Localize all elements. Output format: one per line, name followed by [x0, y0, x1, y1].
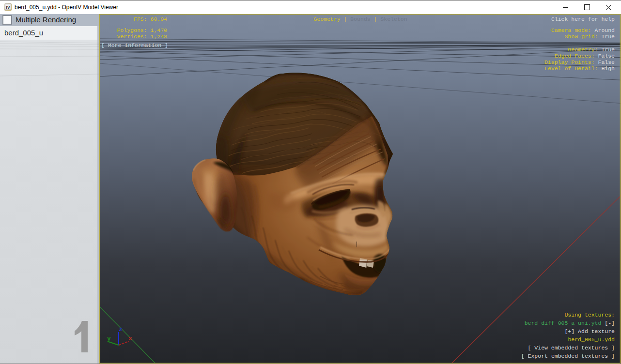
svg-text:x: x	[128, 335, 132, 342]
svg-text:z: z	[119, 326, 123, 333]
svg-text:y: y	[107, 335, 111, 342]
svg-text:IV: IV	[6, 5, 10, 10]
